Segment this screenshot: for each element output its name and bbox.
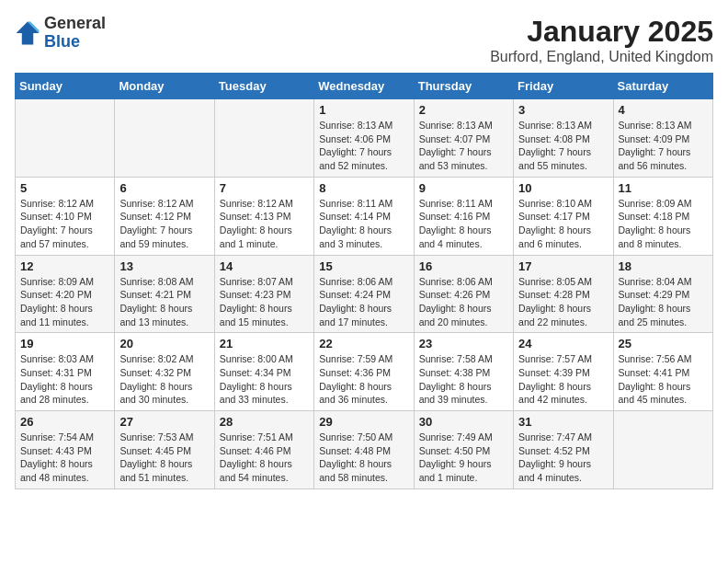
day-number: 25 (619, 337, 708, 350)
day-info: Sunrise: 8:08 AM Sunset: 4:21 PM Dayligh… (119, 275, 209, 329)
day-info: Sunrise: 7:50 AM Sunset: 4:48 PM Dayligh… (319, 431, 408, 485)
day-number: 26 (20, 415, 109, 429)
calendar-cell: 18Sunrise: 8:04 AM Sunset: 4:29 PM Dayli… (613, 255, 712, 333)
calendar-week-row: 5Sunrise: 8:12 AM Sunset: 4:10 PM Daylig… (16, 177, 713, 255)
calendar-cell: 1Sunrise: 8:13 AM Sunset: 4:06 PM Daylig… (314, 99, 414, 178)
day-info: Sunrise: 8:12 AM Sunset: 4:12 PM Dayligh… (119, 197, 209, 251)
calendar-cell: 8Sunrise: 8:11 AM Sunset: 4:14 PM Daylig… (314, 177, 414, 255)
day-info: Sunrise: 7:51 AM Sunset: 4:46 PM Dayligh… (220, 431, 309, 485)
day-info: Sunrise: 8:09 AM Sunset: 4:20 PM Dayligh… (20, 275, 109, 329)
day-number: 15 (319, 259, 408, 273)
calendar-cell: 6Sunrise: 8:12 AM Sunset: 4:12 PM Daylig… (115, 177, 214, 255)
calendar-week-row: 19Sunrise: 8:03 AM Sunset: 4:31 PM Dayli… (16, 333, 713, 411)
day-number: 17 (518, 259, 608, 273)
calendar-cell: 9Sunrise: 8:11 AM Sunset: 4:16 PM Daylig… (414, 177, 513, 255)
day-info: Sunrise: 8:11 AM Sunset: 4:16 PM Dayligh… (419, 197, 508, 251)
day-number: 20 (119, 337, 209, 350)
day-number: 2 (419, 103, 508, 117)
calendar-cell: 5Sunrise: 8:12 AM Sunset: 4:10 PM Daylig… (16, 177, 115, 255)
day-number: 24 (518, 337, 608, 350)
day-info: Sunrise: 8:07 AM Sunset: 4:23 PM Dayligh… (220, 275, 309, 329)
day-number: 22 (319, 337, 408, 350)
day-number: 16 (419, 259, 508, 273)
weekday-header-row: SundayMondayTuesdayWednesdayThursdayFrid… (16, 74, 713, 99)
calendar-cell: 28Sunrise: 7:51 AM Sunset: 4:46 PM Dayli… (214, 411, 313, 489)
page-header: General Blue January 2025 Burford, Engla… (15, 15, 713, 65)
day-info: Sunrise: 8:10 AM Sunset: 4:17 PM Dayligh… (518, 197, 608, 251)
day-info: Sunrise: 7:54 AM Sunset: 4:43 PM Dayligh… (20, 431, 109, 485)
day-number: 29 (319, 415, 408, 429)
day-info: Sunrise: 8:11 AM Sunset: 4:14 PM Dayligh… (319, 197, 408, 251)
calendar-cell: 16Sunrise: 8:06 AM Sunset: 4:26 PM Dayli… (414, 255, 513, 333)
calendar-cell: 24Sunrise: 7:57 AM Sunset: 4:39 PM Dayli… (514, 333, 613, 411)
calendar-cell: 19Sunrise: 8:03 AM Sunset: 4:31 PM Dayli… (16, 333, 115, 411)
day-info: Sunrise: 8:03 AM Sunset: 4:31 PM Dayligh… (20, 352, 109, 407)
day-info: Sunrise: 8:09 AM Sunset: 4:18 PM Dayligh… (619, 197, 708, 251)
day-info: Sunrise: 8:13 AM Sunset: 4:08 PM Dayligh… (518, 119, 608, 173)
weekday-header: Wednesday (314, 74, 414, 99)
calendar-cell: 30Sunrise: 7:49 AM Sunset: 4:50 PM Dayli… (414, 411, 513, 489)
weekday-header: Tuesday (214, 74, 313, 99)
day-number: 23 (419, 337, 508, 350)
day-info: Sunrise: 7:49 AM Sunset: 4:50 PM Dayligh… (419, 431, 508, 485)
calendar-cell (613, 411, 712, 489)
calendar-cell: 7Sunrise: 8:12 AM Sunset: 4:13 PM Daylig… (214, 177, 313, 255)
day-info: Sunrise: 7:58 AM Sunset: 4:38 PM Dayligh… (419, 352, 508, 407)
day-info: Sunrise: 8:00 AM Sunset: 4:34 PM Dayligh… (220, 352, 309, 407)
svg-marker-0 (17, 21, 40, 44)
day-number: 4 (619, 103, 708, 117)
calendar-week-row: 1Sunrise: 8:13 AM Sunset: 4:06 PM Daylig… (16, 99, 713, 178)
weekday-header: Saturday (613, 74, 712, 99)
day-number: 31 (518, 415, 608, 429)
calendar-cell (214, 99, 313, 178)
day-info: Sunrise: 7:47 AM Sunset: 4:52 PM Dayligh… (518, 431, 608, 485)
calendar-cell: 22Sunrise: 7:59 AM Sunset: 4:36 PM Dayli… (314, 333, 414, 411)
day-info: Sunrise: 8:13 AM Sunset: 4:06 PM Dayligh… (319, 119, 408, 173)
calendar-week-row: 26Sunrise: 7:54 AM Sunset: 4:43 PM Dayli… (16, 411, 713, 489)
day-info: Sunrise: 8:05 AM Sunset: 4:28 PM Dayligh… (518, 275, 608, 329)
day-number: 8 (319, 181, 408, 195)
weekday-header: Monday (115, 74, 214, 99)
calendar-cell: 29Sunrise: 7:50 AM Sunset: 4:48 PM Dayli… (314, 411, 414, 489)
day-info: Sunrise: 7:53 AM Sunset: 4:45 PM Dayligh… (119, 431, 209, 485)
day-info: Sunrise: 8:13 AM Sunset: 4:09 PM Dayligh… (619, 119, 708, 173)
weekday-header: Sunday (16, 74, 115, 99)
calendar-title: January 2025 (490, 15, 713, 49)
day-info: Sunrise: 8:12 AM Sunset: 4:10 PM Dayligh… (20, 197, 109, 251)
calendar-week-row: 12Sunrise: 8:09 AM Sunset: 4:20 PM Dayli… (16, 255, 713, 333)
calendar-cell: 2Sunrise: 8:13 AM Sunset: 4:07 PM Daylig… (414, 99, 513, 178)
day-info: Sunrise: 7:57 AM Sunset: 4:39 PM Dayligh… (518, 352, 608, 407)
day-number: 28 (220, 415, 309, 429)
calendar-cell: 20Sunrise: 8:02 AM Sunset: 4:32 PM Dayli… (115, 333, 214, 411)
calendar-cell: 26Sunrise: 7:54 AM Sunset: 4:43 PM Dayli… (16, 411, 115, 489)
day-info: Sunrise: 8:06 AM Sunset: 4:26 PM Dayligh… (419, 275, 508, 329)
day-number: 27 (119, 415, 209, 429)
calendar-cell: 31Sunrise: 7:47 AM Sunset: 4:52 PM Dayli… (514, 411, 613, 489)
day-number: 19 (20, 337, 109, 350)
calendar-cell: 27Sunrise: 7:53 AM Sunset: 4:45 PM Dayli… (115, 411, 214, 489)
weekday-header: Friday (514, 74, 613, 99)
day-number: 7 (220, 181, 309, 195)
calendar-cell (16, 99, 115, 178)
calendar-cell: 11Sunrise: 8:09 AM Sunset: 4:18 PM Dayli… (613, 177, 712, 255)
calendar-cell: 12Sunrise: 8:09 AM Sunset: 4:20 PM Dayli… (16, 255, 115, 333)
day-info: Sunrise: 8:02 AM Sunset: 4:32 PM Dayligh… (119, 352, 209, 407)
day-number: 5 (20, 181, 109, 195)
calendar-cell: 17Sunrise: 8:05 AM Sunset: 4:28 PM Dayli… (514, 255, 613, 333)
calendar-cell: 21Sunrise: 8:00 AM Sunset: 4:34 PM Dayli… (214, 333, 313, 411)
day-info: Sunrise: 8:06 AM Sunset: 4:24 PM Dayligh… (319, 275, 408, 329)
calendar-cell: 23Sunrise: 7:58 AM Sunset: 4:38 PM Dayli… (414, 333, 513, 411)
logo: General Blue (15, 15, 106, 52)
day-number: 6 (119, 181, 209, 195)
day-number: 1 (319, 103, 408, 117)
calendar-cell: 25Sunrise: 7:56 AM Sunset: 4:41 PM Dayli… (613, 333, 712, 411)
day-info: Sunrise: 8:04 AM Sunset: 4:29 PM Dayligh… (619, 275, 708, 329)
logo-text: General Blue (44, 15, 106, 52)
day-info: Sunrise: 8:12 AM Sunset: 4:13 PM Dayligh… (220, 197, 309, 251)
day-info: Sunrise: 7:59 AM Sunset: 4:36 PM Dayligh… (319, 352, 408, 407)
calendar-cell: 4Sunrise: 8:13 AM Sunset: 4:09 PM Daylig… (613, 99, 712, 178)
day-number: 9 (419, 181, 508, 195)
day-info: Sunrise: 8:13 AM Sunset: 4:07 PM Dayligh… (419, 119, 508, 173)
logo-icon (15, 20, 40, 46)
title-block: January 2025 Burford, England, United Ki… (490, 15, 713, 65)
